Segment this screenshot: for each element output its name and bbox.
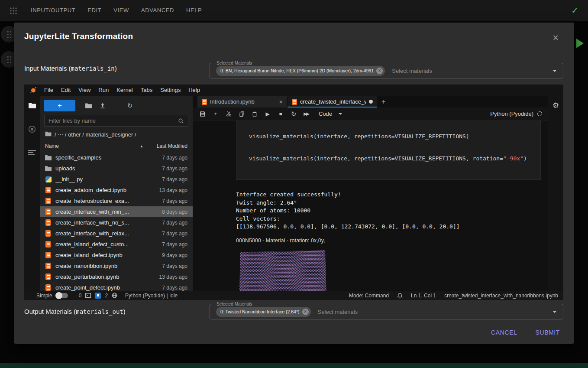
- cell-type-value: Code: [319, 111, 332, 117]
- dropdown-caret-icon[interactable]: [552, 311, 557, 313]
- refresh-icon[interactable]: ↻: [125, 102, 135, 110]
- running-sessions-tab-icon[interactable]: [28, 125, 36, 133]
- new-launcher-button[interactable]: +: [44, 100, 75, 111]
- property-inspector-gear-icon[interactable]: ⚙: [552, 101, 559, 110]
- file-type-icon: [45, 165, 52, 172]
- file-row[interactable]: uploads 7 days ago: [40, 163, 193, 174]
- insert-cell-icon[interactable]: +: [210, 108, 222, 119]
- output-line: Cell vectors:: [236, 215, 541, 223]
- file-type-icon: [45, 252, 52, 259]
- app-menu-item[interactable]: VIEW: [107, 0, 135, 21]
- stop-kernel-icon[interactable]: ■: [275, 108, 287, 119]
- home-folder-icon[interactable]: [45, 131, 52, 138]
- jupyter-menu-item[interactable]: Kernel: [113, 85, 137, 96]
- input-materials-label: Input Materials (materials_in): [24, 65, 117, 72]
- sort-by-name-header[interactable]: Name▲: [45, 143, 150, 149]
- restart-kernel-icon[interactable]: ↻: [288, 108, 300, 119]
- app-menubar: INPUT/OUTPUTEDITVIEWADVANCEDHELP ✓: [0, 0, 588, 21]
- upload-icon[interactable]: [97, 103, 108, 109]
- run-cell-icon[interactable]: ▶: [262, 108, 274, 119]
- file-type-icon: [45, 241, 52, 248]
- file-row[interactable]: create_point_defect.ipynb 7 days ago: [40, 282, 193, 291]
- file-modified-date: 9 days ago: [150, 252, 187, 258]
- jupyter-menu-item[interactable]: File: [40, 85, 57, 96]
- jupyter-menu-item[interactable]: Settings: [156, 85, 184, 96]
- submit-button[interactable]: SUBMIT: [532, 326, 564, 339]
- file-modified-date: 7 days ago: [150, 241, 187, 248]
- jupyter-menu-item[interactable]: Run: [94, 85, 113, 96]
- app-menu-item[interactable]: EDIT: [81, 0, 107, 21]
- tab-label: Introduction.ipynb: [210, 98, 276, 105]
- copy-cell-icon[interactable]: [236, 108, 248, 119]
- file-row[interactable]: create_island_defect.ipynb 9 days ago: [40, 250, 193, 261]
- expand-arrow-icon[interactable]: [576, 39, 584, 48]
- file-row[interactable]: __init__.py 7 days ago: [40, 174, 193, 185]
- cut-cell-icon[interactable]: [223, 108, 235, 119]
- kernels-count[interactable]: 2: [105, 293, 108, 299]
- code-cell[interactable]: visualize_materials(interface, repetitio…: [236, 120, 541, 180]
- file-row[interactable]: create_heterostructure_exa... 7 days ago: [40, 195, 193, 206]
- filter-files-box[interactable]: [44, 115, 188, 127]
- save-notebook-icon[interactable]: [197, 108, 209, 119]
- field-label: Selected Materials: [214, 60, 254, 66]
- notebook-tab[interactable]: create_twisted_interface_w ×: [288, 96, 378, 107]
- file-row[interactable]: create_interface_with_relax... 7 days ag…: [40, 228, 193, 239]
- simple-mode-toggle[interactable]: [56, 293, 68, 298]
- kernel-status-text[interactable]: Python (Pyodide) | Idle: [125, 293, 178, 299]
- cell-type-dropdown[interactable]: Code: [319, 111, 342, 117]
- table-of-contents-tab-icon[interactable]: [28, 150, 36, 156]
- input-materials-select[interactable]: Selected Materials 0: BN, Hexagonal Boro…: [210, 63, 563, 78]
- filter-files-input[interactable]: [48, 117, 175, 124]
- app-menu-item[interactable]: INPUT/OUTPUT: [25, 0, 81, 21]
- paste-cell-icon[interactable]: [249, 108, 261, 119]
- output-materials-select[interactable]: Selected Materials 0: Twisted Nanoribbon…: [210, 304, 563, 319]
- jupyter-menu-item[interactable]: Tabs: [137, 85, 156, 96]
- apps-grid-icon[interactable]: [10, 7, 17, 14]
- breadcrumb-path[interactable]: / ⋯ / other / materials_designer /: [55, 131, 136, 138]
- left-sidebar-strip: [24, 96, 40, 291]
- kernel-name: Python (Pyodide): [490, 111, 533, 117]
- close-icon[interactable]: ×: [553, 33, 559, 43]
- file-row[interactable]: create_perturbation.ipynb 13 days ago: [40, 271, 193, 282]
- jupyter-menu-item[interactable]: Help: [184, 85, 204, 96]
- new-folder-icon[interactable]: [83, 103, 94, 108]
- file-type-icon: [45, 176, 52, 183]
- chip-delete-icon[interactable]: ×: [376, 68, 383, 74]
- file-modified-date: 7 days ago: [150, 220, 187, 226]
- cancel-button[interactable]: CANCEL: [488, 326, 520, 339]
- sort-by-modified-header[interactable]: Last Modified: [150, 143, 187, 149]
- file-row[interactable]: create_adatom_defect.ipynb 13 days ago: [40, 185, 193, 195]
- material-chip[interactable]: 0: Twisted Nanoribbon Interface (2.64°) …: [216, 307, 311, 317]
- material-chip[interactable]: 0: BN, Hexagonal Boron Nitride, HEX (P6/…: [216, 66, 385, 76]
- new-tab-button[interactable]: +: [378, 96, 390, 107]
- file-browser-tab-icon[interactable]: [28, 102, 36, 109]
- file-row[interactable]: specific_examples 7 days ago: [40, 152, 193, 163]
- jupyter-menu-item[interactable]: View: [74, 85, 94, 96]
- terminals-count[interactable]: 0: [79, 293, 82, 299]
- terminal-icon: [85, 293, 91, 298]
- dialog-actions: CANCEL SUBMIT: [488, 326, 574, 339]
- file-row[interactable]: create_interface_with_no_s... 7 days ago: [40, 217, 193, 228]
- app-menu-item[interactable]: HELP: [180, 0, 208, 21]
- output-line: Interface created successfully!: [236, 191, 541, 199]
- check-icon[interactable]: ✓: [571, 5, 578, 16]
- chip-delete-icon[interactable]: ×: [302, 309, 309, 315]
- notebook-content[interactable]: visualize_materials(interface, repetitio…: [193, 120, 548, 291]
- sort-ascending-icon: ▲: [140, 144, 143, 148]
- file-row[interactable]: create_island_defect_custo... 7 days ago: [40, 239, 193, 250]
- dropdown-caret-icon[interactable]: [552, 70, 557, 72]
- notebook-tab[interactable]: Introduction.ipynb ×: [197, 96, 288, 107]
- file-type-icon: [45, 219, 52, 226]
- file-type-icon: [45, 187, 52, 194]
- app-menu-item[interactable]: ADVANCED: [135, 0, 180, 21]
- kernel-indicator[interactable]: Python (Pyodide): [490, 111, 544, 117]
- file-row[interactable]: create_nanoribbon.ipynb 7 days ago: [40, 261, 193, 271]
- file-row[interactable]: create_interface_with_min_... 8 days ago: [40, 206, 193, 217]
- tab-close-icon[interactable]: ×: [279, 98, 283, 105]
- file-type-icon: [45, 284, 52, 291]
- cursor-position[interactable]: Ln 1, Col 1: [411, 293, 436, 299]
- restart-run-all-icon[interactable]: ▶▶: [300, 108, 313, 119]
- bell-icon[interactable]: [397, 293, 403, 299]
- jupyter-menu-item[interactable]: Edit: [57, 85, 74, 96]
- breadcrumb[interactable]: / ⋯ / other / materials_designer /: [45, 131, 187, 138]
